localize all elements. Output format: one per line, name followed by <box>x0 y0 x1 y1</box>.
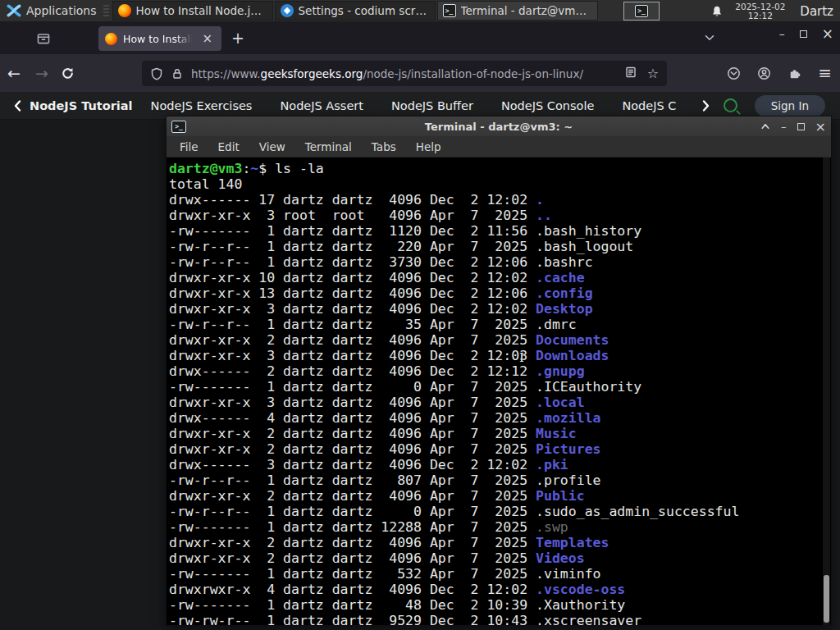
applications-icon <box>7 3 21 18</box>
lock-icon[interactable] <box>171 67 184 80</box>
pocket-icon[interactable] <box>727 66 741 80</box>
nav-item[interactable]: NodeJS Exercises <box>151 99 253 112</box>
terminal-output-line: drwx------ 3 dartz dartz 4096 Dec 2 12:0… <box>169 457 831 472</box>
terminal-scrollbar[interactable] <box>823 158 830 625</box>
terminal-titlebar[interactable]: Terminal - dartz@vm3: ~ >_ – × <box>167 116 831 136</box>
nav-item[interactable]: NodeJS Assert <box>280 99 363 112</box>
terminal-output-line: drwxr-xr-x 3 root root 4096 Apr 7 2025 .… <box>169 208 831 223</box>
terminal-menubar: FileEditViewTerminalTabsHelp <box>167 136 831 158</box>
taskbar-window-title: Terminal - dartz@vm3: ~ <box>461 4 592 17</box>
terminal-output-line: drwx------ 2 dartz dartz 4096 Dec 2 12:1… <box>169 363 831 379</box>
list-all-tabs-icon[interactable] <box>702 30 717 45</box>
terminal-maximize-button[interactable] <box>797 123 805 130</box>
taskbar-window-button[interactable]: How to Install Node.js o... <box>112 1 273 21</box>
terminal-app-icon: >_ <box>171 121 186 133</box>
terminal-output-line: drwxr-xr-x 3 dartz dartz 4096 Dec 2 12:0… <box>169 301 831 317</box>
applications-menu-button[interactable]: Applications <box>0 0 103 21</box>
menu-hamburger-icon[interactable]: ≡ <box>818 65 832 81</box>
terminal-output-line: -rw-r--r-- 1 dartz dartz 3730 Dec 2 12:0… <box>169 254 831 270</box>
tracking-shield-icon[interactable] <box>150 67 163 80</box>
terminal-output-line: drwxr-xr-x 2 dartz dartz 4096 Apr 7 2025… <box>169 441 831 457</box>
firefox-window-controls: – × <box>779 25 833 42</box>
nav-item[interactable]: NodeJS Crypto <box>622 99 675 112</box>
shade-window-icon[interactable] <box>760 121 770 131</box>
terminal-output-line: -rw-r--r-- 1 dartz dartz 35 Apr 7 2025 .… <box>169 317 831 332</box>
terminal-close-button[interactable]: × <box>815 119 826 135</box>
terminal-menu-view[interactable]: View <box>251 138 294 156</box>
terminal-output-line: drwx------ 17 dartz dartz 4096 Dec 2 12:… <box>169 192 831 208</box>
reload-icon[interactable] <box>61 66 75 80</box>
terminal-menu-terminal[interactable]: Terminal <box>297 138 360 156</box>
sign-in-button[interactable]: Sign In <box>755 95 825 116</box>
toolbar-right-icons: ≡ <box>727 54 832 92</box>
terminal-output-line: -rw------- 1 dartz dartz 532 Apr 7 2025 … <box>169 566 831 582</box>
back-button[interactable]: ← <box>0 64 28 82</box>
panel-status-area: 2025-12-02 12:12 Dartz <box>710 0 840 22</box>
close-button[interactable]: × <box>822 25 833 42</box>
firefox-tab-bar: How to Install Node.js on × + – × <box>0 22 840 54</box>
terminal-minimize-button[interactable]: – <box>781 121 787 133</box>
terminal-menu-tabs[interactable]: Tabs <box>363 138 404 156</box>
extensions-puzzle-icon[interactable] <box>788 66 801 80</box>
applications-label: Applications <box>26 4 97 17</box>
nav-back-chevron-icon[interactable] <box>11 99 25 112</box>
url-bar[interactable]: https://www.geeksforgeeks.org/node-js/in… <box>142 61 667 86</box>
nav-back-item[interactable]: NodeJS Tutorial <box>30 99 133 112</box>
terminal-output-line: drwxr-xr-x 2 dartz dartz 4096 Apr 7 2025… <box>169 332 831 348</box>
codium-icon <box>281 4 294 17</box>
nav-item[interactable]: NodeJS Console <box>501 99 595 112</box>
notification-bell-icon[interactable] <box>710 5 724 18</box>
new-tab-button[interactable]: + <box>231 29 244 47</box>
terminal-output-line: drwxrwxr-x 4 dartz dartz 4096 Dec 2 12:0… <box>169 582 831 597</box>
terminal-output-line: -rw------- 1 dartz dartz 1120 Dec 2 11:5… <box>169 223 831 239</box>
taskbar-window-button[interactable]: >_Terminal - dartz@vm3: ~ <box>437 1 598 21</box>
terminal-output-line: dartz@vm3:~$ ls -la <box>169 161 831 176</box>
terminal-menu-edit[interactable]: Edit <box>210 138 248 156</box>
firefox-view-icon[interactable] <box>36 31 51 46</box>
scrollbar-thumb[interactable] <box>824 575 829 623</box>
taskbar: How to Install Node.js o...Settings - co… <box>112 0 600 21</box>
terminal-output-line: drwxr-xr-x 10 dartz dartz 4096 Dec 2 12:… <box>169 270 831 285</box>
site-nav-items: NodeJS ExercisesNodeJS AssertNodeJS Buff… <box>151 99 676 112</box>
minimize-button[interactable]: – <box>779 27 785 40</box>
panel-clock[interactable]: 2025-12-02 12:12 <box>735 2 785 21</box>
panel-handle <box>103 3 109 18</box>
search-icon[interactable] <box>724 98 737 112</box>
firefox-icon <box>105 33 117 45</box>
terminal-output-line: -rw------- 1 dartz dartz 48 Dec 2 10:39 … <box>169 597 831 613</box>
reader-mode-icon[interactable] <box>624 66 637 79</box>
maximize-button[interactable] <box>800 30 807 38</box>
tab-title: How to Install Node.js on <box>123 33 194 45</box>
terminal-output-line: drwxr-xr-x 3 dartz dartz 4096 Apr 7 2025… <box>169 395 831 410</box>
bookmark-star-icon[interactable]: ☆ <box>647 66 659 81</box>
terminal-output-line: drwxr-xr-x 2 dartz dartz 4096 Apr 7 2025… <box>169 488 831 504</box>
account-icon[interactable] <box>757 66 771 80</box>
url-text[interactable]: https://www.geeksforgeeks.org/node-js/in… <box>191 67 617 80</box>
terminal-icon: >_ <box>635 5 648 17</box>
terminal-output-line: drwxr-xr-x 2 dartz dartz 4096 Apr 7 2025… <box>169 426 831 441</box>
terminal-output-line: -rw-r--r-- 1 dartz dartz 220 Apr 7 2025 … <box>169 239 831 254</box>
terminal-menu-file[interactable]: File <box>171 138 207 156</box>
firefox-icon <box>118 4 131 17</box>
browser-tab[interactable]: How to Install Node.js on × <box>98 26 221 51</box>
forward-button[interactable]: → <box>28 64 56 82</box>
taskbar-window-title: How to Install Node.js o... <box>136 4 267 17</box>
nav-forward-chevron-icon <box>699 99 712 112</box>
nav-item[interactable]: NodeJS Buffer <box>391 99 473 112</box>
terminal-output-line: total 140 <box>169 176 831 192</box>
terminal-output-line: drwxr-xr-x 2 dartz dartz 4096 Apr 7 2025… <box>169 550 831 566</box>
clock-time: 12:12 <box>735 11 785 21</box>
terminal-output-line: -rw------- 1 dartz dartz 0 Apr 7 2025 .I… <box>169 379 831 395</box>
terminal-icon: >_ <box>443 4 456 17</box>
clock-date: 2025-12-02 <box>735 2 785 11</box>
user-menu[interactable]: Dartz <box>797 4 833 19</box>
tab-close-icon[interactable]: × <box>199 32 215 46</box>
terminal-title: Terminal - dartz@vm3: ~ <box>167 121 831 133</box>
terminal-screen[interactable]: dartz@vm3:~$ ls -latotal 140drwx------ 1… <box>167 158 831 625</box>
terminal-output-line: drwx------ 4 dartz dartz 4096 Apr 7 2025… <box>169 410 831 426</box>
workspace-pager[interactable]: >_ <box>623 2 660 21</box>
terminal-output-line: drwxr-xr-x 13 dartz dartz 4096 Dec 2 12:… <box>169 285 831 301</box>
terminal-menu-help[interactable]: Help <box>408 138 450 156</box>
terminal-output: dartz@vm3:~$ ls -latotal 140drwx------ 1… <box>167 158 831 625</box>
taskbar-window-button[interactable]: Settings - codium script... <box>275 1 436 21</box>
